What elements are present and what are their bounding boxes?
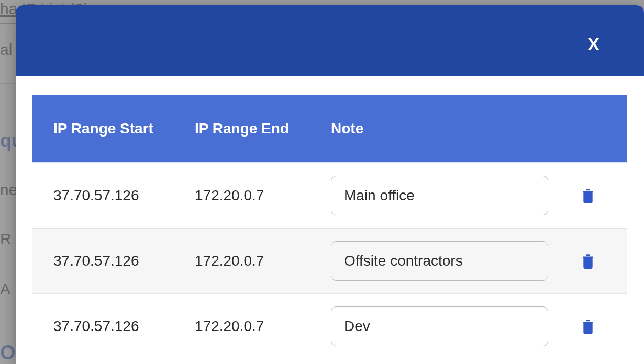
- svg-rect-3: [587, 194, 589, 200]
- delete-button[interactable]: [578, 185, 598, 207]
- svg-rect-7: [586, 259, 587, 266]
- cell-ip-end: 172.20.0.7: [174, 163, 310, 229]
- delete-button[interactable]: [578, 250, 598, 272]
- modal-header: X: [16, 5, 644, 76]
- close-button[interactable]: X: [587, 34, 599, 54]
- svg-rect-2: [586, 194, 587, 200]
- trash-icon: [581, 318, 595, 334]
- cell-ip-end: 172.20.0.7: [174, 229, 310, 294]
- note-input[interactable]: [331, 306, 548, 346]
- col-header-actions: [564, 95, 627, 163]
- ip-range-table: IP Range Start IP Range End Note 37.70.5…: [32, 95, 627, 359]
- svg-rect-8: [587, 259, 589, 266]
- cell-actions: [564, 163, 627, 229]
- cell-ip-start: 37.70.57.126: [32, 229, 174, 294]
- note-input[interactable]: [331, 176, 548, 215]
- svg-rect-11: [586, 320, 590, 321]
- svg-rect-9: [589, 259, 590, 266]
- cell-ip-start: 37.70.57.126: [32, 294, 174, 359]
- close-icon: X: [587, 34, 599, 54]
- modal-body: IP Range Start IP Range End Note 37.70.5…: [16, 76, 644, 359]
- svg-rect-13: [587, 324, 589, 331]
- ip-range-modal: X IP Range Start IP Range End Note 37.70…: [16, 5, 644, 364]
- cell-note: [310, 229, 564, 294]
- cell-note: [310, 163, 564, 229]
- delete-button[interactable]: [578, 315, 598, 337]
- svg-rect-4: [589, 194, 590, 200]
- table-header-row: IP Range Start IP Range End Note: [32, 95, 627, 163]
- table-row: 37.70.57.126 172.20.0.7: [32, 229, 627, 294]
- note-input[interactable]: [331, 241, 548, 281]
- col-header-start: IP Range Start: [32, 95, 174, 163]
- svg-rect-14: [589, 324, 590, 331]
- cell-actions: [564, 229, 627, 294]
- trash-icon: [581, 253, 595, 269]
- trash-icon: [581, 188, 595, 203]
- cell-ip-end: 172.20.0.7: [174, 294, 310, 359]
- table-row: 37.70.57.126 172.20.0.7: [32, 163, 627, 229]
- svg-rect-6: [586, 254, 590, 256]
- svg-rect-1: [586, 189, 590, 190]
- svg-rect-12: [586, 324, 587, 331]
- col-header-note: Note: [310, 95, 564, 163]
- col-header-end: IP Range End: [174, 95, 310, 163]
- cell-note: [310, 294, 564, 359]
- table-row: 37.70.57.126 172.20.0.7: [32, 294, 627, 359]
- cell-ip-start: 37.70.57.126: [32, 163, 174, 229]
- cell-actions: [564, 294, 627, 359]
